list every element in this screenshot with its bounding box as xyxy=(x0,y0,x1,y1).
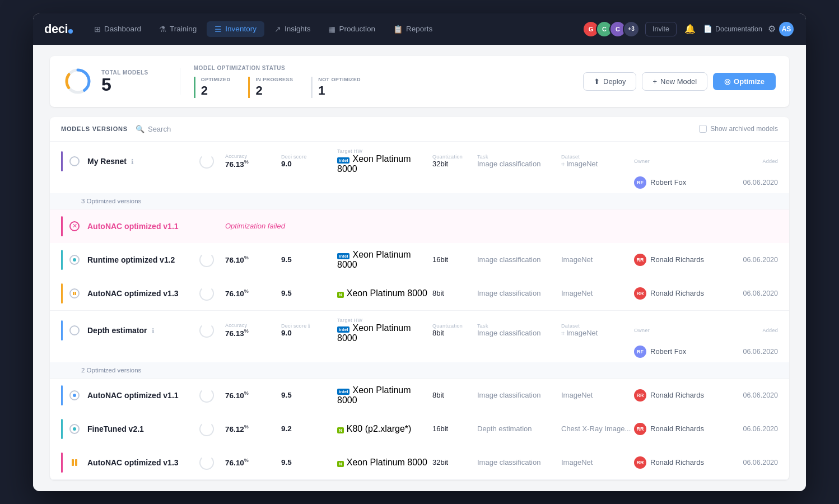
date-cell: 06.06.2020 xyxy=(743,290,778,297)
task-cell: Task Image classification xyxy=(477,323,561,337)
owner-avatar: RR xyxy=(634,389,646,402)
deci-cell: 9.2 xyxy=(281,424,337,433)
total-models-info: TOTAL MODELS 5 xyxy=(101,69,148,94)
version-row-autonac-v1.3[interactable]: AutoNAC optimized v1.3 76.10% 9.5 NXeon … xyxy=(50,277,789,310)
pause-icon xyxy=(69,458,80,468)
accent-bar-failed xyxy=(61,216,63,236)
model-owner-row-depth: RF Robert Fox 06.06.2020 xyxy=(50,346,789,362)
loading-spinner xyxy=(199,253,214,267)
deploy-icon: ⬆ xyxy=(594,77,600,86)
accent-bar-yellow xyxy=(61,283,63,304)
optimize-button[interactable]: ◎ Optimize xyxy=(713,73,776,90)
in-progress-value: 2 xyxy=(255,83,293,98)
deci: 9.2 xyxy=(281,424,337,433)
owner-cell: RR Ronald Richards xyxy=(634,456,724,469)
version-row-runtime-v1.2[interactable]: Runtime optimized v1.2 76.10% 9.5 intelX… xyxy=(50,243,789,277)
optimized-label: OPTIMIZED xyxy=(201,77,231,82)
nav-item-dashboard[interactable]: ⊞ Dashboard xyxy=(86,21,149,37)
dataset-cell: ImageNet xyxy=(561,255,634,264)
nav-item-production[interactable]: ▦ Production xyxy=(320,21,383,37)
accuracy: 76.10% xyxy=(225,390,281,400)
hw-cell: NK80 (p2.xlarge*) xyxy=(337,424,432,434)
dataset-icon: ⌗ xyxy=(561,161,565,167)
dataset-cell: ImageNet xyxy=(561,458,634,466)
optimized-stat: OPTIMIZED 2 xyxy=(194,77,231,98)
notification-button[interactable]: 🔔 xyxy=(682,21,698,36)
date-cell: 06.06.2020 xyxy=(743,425,778,433)
inventory-icon: ☰ xyxy=(215,25,222,34)
fail-icon: ✕ xyxy=(69,221,80,231)
model-select-depth[interactable] xyxy=(69,325,80,335)
model-row-depth-estimator[interactable]: Depth estimator ℹ Accuracy 76.13% Deci s… xyxy=(50,311,789,350)
added-cell: Added xyxy=(762,328,778,333)
dataset-value: ⌗ImageNet xyxy=(561,329,634,337)
new-model-button[interactable]: + New Model xyxy=(642,72,707,91)
not-optimized-value: 1 xyxy=(318,83,361,98)
owner-cell: Owner xyxy=(634,328,724,333)
owner-name: Ronald Richards xyxy=(650,391,704,399)
training-icon: ⚗ xyxy=(159,25,166,34)
accuracy: 76.10% xyxy=(225,255,281,264)
docs-button[interactable]: 📄 Documentation xyxy=(703,25,762,33)
quant-cell: Quantization 8bit xyxy=(432,323,477,337)
quant-value: 32bit xyxy=(432,160,477,168)
accuracy-cell: 76.12% xyxy=(225,424,281,433)
dataset-label: Dataset xyxy=(561,154,634,160)
version-row-autonac-failed[interactable]: ✕ AutoNAC optimized v1.1 Optimization fa… xyxy=(50,209,789,243)
loading-spinner xyxy=(199,323,214,338)
settings-button[interactable]: ⚙ xyxy=(768,24,776,34)
model-select-my-resnet[interactable] xyxy=(69,156,80,166)
owner-name-resnet: RF Robert Fox xyxy=(634,176,724,189)
search-box[interactable]: 🔍 Search xyxy=(136,125,171,133)
task-value: Image classification xyxy=(477,160,561,168)
nav-item-training[interactable]: ⚗ Training xyxy=(151,21,204,37)
model-row-my-resnet[interactable]: My Resnet ℹ Accuracy 76.13% Deci score 9… xyxy=(50,142,789,181)
target-hw-cell: Target HW intelXeon Platinum 8000 xyxy=(337,148,432,174)
nav-right: G C C +3 Invite 🔔 📄 Documentation ⚙ AS xyxy=(582,21,795,38)
owner-name: Ronald Richards xyxy=(650,289,704,297)
stats-bar: TOTAL MODELS 5 MODEL OPTIMIZATION STATUS… xyxy=(50,56,789,107)
deci-cell: 9.5 xyxy=(281,255,337,264)
task-cell: Task Image classification xyxy=(477,154,561,168)
version-row-finetuned-v2.1[interactable]: FineTuned v2.1 76.12% 9.2 NK80 (p2.xlarg… xyxy=(50,412,789,446)
owner-avatar: RF xyxy=(634,346,646,358)
invite-button[interactable]: Invite xyxy=(645,22,677,36)
added-date-resnet: 06.06.2020 xyxy=(743,179,778,186)
accuracy: 76.10% xyxy=(225,458,281,467)
deploy-button[interactable]: ⬆ Deploy xyxy=(583,72,636,91)
logo-dot xyxy=(68,29,73,34)
deci-cell: 9.5 xyxy=(281,458,337,466)
model-group-my-resnet: My Resnet ℹ Accuracy 76.13% Deci score 9… xyxy=(50,142,789,311)
dataset-icon: ⌗ xyxy=(561,330,565,337)
version-row-autonac-v1.1-b[interactable]: AutoNAC optimized v1.1 76.10% 9.5 intelX… xyxy=(50,379,789,412)
deploy-label: Deploy xyxy=(603,77,626,86)
owner-cell: RR Ronald Richards xyxy=(634,254,724,266)
nav-item-inventory[interactable]: ☰ Inventory xyxy=(207,21,264,37)
optimized-versions-label-resnet: 3 Optimized versions xyxy=(50,193,789,209)
owner-name: Ronald Richards xyxy=(650,424,704,433)
dashboard-icon: ⊞ xyxy=(94,25,101,34)
show-archived[interactable]: Show archived models xyxy=(699,125,778,133)
nav-item-insights[interactable]: ↗ Insights xyxy=(267,21,319,37)
accent-bar xyxy=(61,385,63,405)
hw-cell: NXeon Platinum 8000 xyxy=(337,288,432,298)
version-row-autonac-v1.3-b[interactable]: AutoNAC optimized v1.3 76.10% 9.5 NXeon … xyxy=(50,446,789,479)
loading-spinner xyxy=(199,286,214,301)
model-name-cell: AutoNAC optimized v1.3 xyxy=(87,458,199,468)
intel-icon: intel xyxy=(337,253,349,259)
nav-label-training: Training xyxy=(170,25,197,33)
added-label: Added xyxy=(762,328,778,333)
nav-item-reports[interactable]: 📋 Reports xyxy=(385,21,440,37)
model-name-cell: AutoNAC optimized v1.1 xyxy=(87,390,199,400)
deci: 9.5 xyxy=(281,391,337,399)
added-cell: Added xyxy=(762,158,778,164)
quant-cell: 8bit xyxy=(432,391,477,399)
model-name-depth: Depth estimator xyxy=(87,326,147,335)
task-cell: Image classification xyxy=(477,289,561,297)
pause-bar-1 xyxy=(72,459,74,466)
archived-checkbox[interactable] xyxy=(699,125,707,133)
total-models-section: TOTAL MODELS 5 xyxy=(63,67,148,96)
accent-bar-teal xyxy=(61,419,63,439)
version-name: AutoNAC optimized v1.3 xyxy=(87,458,179,467)
models-section: MODELS VERSIONS 🔍 Search Show archived m… xyxy=(50,117,789,480)
